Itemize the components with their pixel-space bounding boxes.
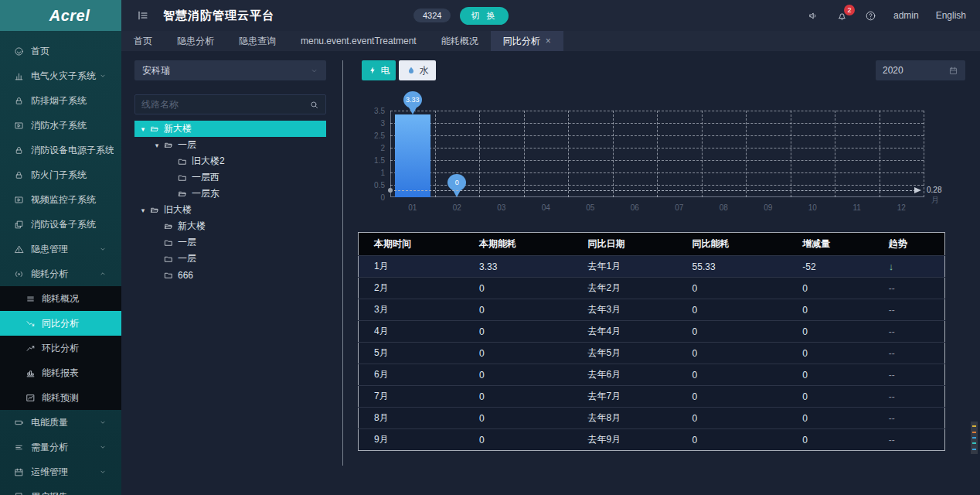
sidebar-subitem[interactable]: 能耗报表 bbox=[0, 360, 121, 385]
sidebar-item[interactable]: 电气火灾子系统 bbox=[0, 63, 121, 88]
tree-node[interactable]: ▾一层 bbox=[134, 137, 326, 153]
table-row[interactable]: 3月0去年3月00-- bbox=[359, 299, 945, 321]
x-axis-tick-label: 10 bbox=[801, 203, 824, 212]
caret-icon[interactable]: ▾ bbox=[138, 125, 148, 133]
sidebar-item[interactable]: 用户报告 bbox=[0, 484, 121, 495]
sidebar-subitem[interactable]: 同比分析 bbox=[0, 311, 121, 336]
table-row[interactable]: 1月3.33去年1月55.33-52↓ bbox=[359, 256, 945, 278]
sidebar-item[interactable]: 需量分析 bbox=[0, 435, 121, 459]
x-axis-tick-label: 07 bbox=[668, 203, 691, 212]
table-cell: 0 bbox=[787, 429, 873, 451]
switch-button[interactable]: 切 换 bbox=[460, 7, 508, 25]
chevron-down-icon bbox=[99, 468, 107, 476]
tree-node[interactable]: 一层 bbox=[134, 234, 326, 251]
tab[interactable]: 隐患查询 bbox=[226, 31, 288, 51]
username[interactable]: admin bbox=[893, 10, 919, 21]
table-row[interactable]: 4月0去年4月00-- bbox=[359, 321, 945, 343]
table-row[interactable]: 8月0去年8月00-- bbox=[359, 408, 945, 429]
caret-icon[interactable]: ▾ bbox=[138, 207, 148, 214]
sidebar-item[interactable]: 防火门子系统 bbox=[0, 162, 121, 187]
droplet-icon bbox=[407, 66, 416, 75]
table-row[interactable]: 9月0去年9月00-- bbox=[359, 429, 945, 451]
tree-node[interactable]: ▾旧大楼 bbox=[134, 202, 326, 218]
sidebar-subitem[interactable]: 能耗预测 bbox=[0, 385, 121, 410]
table-row[interactable]: 2月0去年2月00-- bbox=[359, 278, 945, 299]
line-search-input[interactable] bbox=[141, 99, 309, 110]
water-button[interactable]: 水 bbox=[399, 60, 436, 80]
gridline bbox=[479, 111, 480, 197]
x-axis-tick-label: 08 bbox=[712, 203, 735, 212]
company-select[interactable]: 安科瑞 bbox=[134, 60, 326, 80]
tree-node[interactable]: 一层 bbox=[134, 251, 326, 267]
video-icon bbox=[14, 195, 24, 205]
table-cell: 3月 bbox=[359, 299, 464, 321]
tree-node[interactable]: 666 bbox=[134, 267, 326, 283]
sidebar-subitem-label: 同比分析 bbox=[42, 317, 79, 330]
tab[interactable]: 隐患分析 bbox=[165, 31, 226, 51]
x-axis-tick-label: 05 bbox=[579, 203, 602, 212]
trend-cell: ↓ bbox=[873, 256, 945, 278]
sidebar-item[interactable]: 消防水子系统 bbox=[0, 113, 121, 138]
sidebar-item[interactable]: 运维管理 bbox=[0, 459, 121, 484]
year-picker[interactable]: 2020 bbox=[876, 60, 965, 80]
trend-up-icon bbox=[26, 343, 36, 353]
tree-node-label: 旧大楼 bbox=[164, 203, 192, 217]
language-switcher[interactable]: English bbox=[936, 10, 966, 21]
tab[interactable]: 能耗概况 bbox=[429, 31, 491, 51]
caret-icon[interactable]: ▾ bbox=[151, 142, 162, 149]
column-header: 同比日期 bbox=[573, 233, 677, 256]
tab[interactable]: 首页 bbox=[121, 31, 165, 51]
table-cell: 5月 bbox=[359, 343, 464, 364]
table-row[interactable]: 6月0去年6月00-- bbox=[359, 364, 945, 386]
lock-icon bbox=[14, 96, 24, 106]
warning-icon bbox=[14, 244, 24, 254]
tree-node[interactable]: 旧大楼2 bbox=[134, 153, 326, 169]
sidebar-item[interactable]: 电能质量 bbox=[0, 410, 121, 435]
sidebar-subitem[interactable]: 环比分析 bbox=[0, 336, 121, 360]
table-cell: 1月 bbox=[359, 256, 464, 278]
tree-node[interactable]: 一层东 bbox=[134, 186, 326, 202]
folder-open-icon bbox=[178, 189, 187, 199]
table-cell: 0 bbox=[787, 321, 873, 343]
sidebar-submenu: 能耗概况同比分析环比分析能耗报表能耗预测 bbox=[0, 286, 121, 410]
chevron-up-icon bbox=[99, 270, 107, 278]
sidebar-item[interactable]: 防排烟子系统 bbox=[0, 88, 121, 113]
table-cell: 8月 bbox=[359, 408, 464, 429]
bolt-icon bbox=[368, 66, 377, 75]
electric-button[interactable]: 电 bbox=[362, 60, 396, 80]
brand-logo-icon bbox=[32, 9, 46, 22]
bars-icon bbox=[26, 368, 36, 378]
sidebar-item-label: 运维管理 bbox=[31, 466, 99, 479]
trend-cell: -- bbox=[873, 343, 945, 364]
table-row[interactable]: 5月0去年5月00-- bbox=[359, 343, 945, 364]
notifications[interactable]: 2 bbox=[836, 10, 848, 22]
x-axis-unit-label: 月 bbox=[931, 195, 939, 206]
sidebar-item[interactable]: 隐患管理 bbox=[0, 237, 121, 261]
tree-node[interactable]: 新大楼 bbox=[134, 218, 326, 234]
tree-node[interactable]: 一层西 bbox=[134, 169, 326, 186]
sidebar-item[interactable]: 视频监控子系统 bbox=[0, 187, 121, 212]
sidebar-item[interactable]: 消防设备子系统 bbox=[0, 212, 121, 237]
table-row[interactable]: 7月0去年7月00-- bbox=[359, 386, 945, 408]
sidebar-item[interactable]: 首页 bbox=[0, 39, 121, 63]
speaker-icon[interactable] bbox=[808, 10, 819, 22]
question-icon[interactable] bbox=[865, 10, 876, 22]
sidebar-item[interactable]: 能耗分析 bbox=[0, 261, 121, 286]
close-icon[interactable]: × bbox=[546, 36, 551, 46]
table-cell: 0 bbox=[677, 364, 788, 386]
trend-cell: -- bbox=[873, 429, 945, 451]
x-axis-tick-label: 09 bbox=[757, 203, 780, 212]
scroll-marks bbox=[971, 422, 978, 454]
search-icon[interactable] bbox=[309, 100, 319, 110]
menu-fold-icon[interactable] bbox=[137, 9, 149, 22]
tab[interactable]: menu.event.eventTreatment bbox=[288, 31, 429, 51]
tree-node[interactable]: ▾新大楼 bbox=[134, 121, 326, 137]
sidebar-subitem[interactable]: 能耗概况 bbox=[0, 286, 121, 311]
tab[interactable]: 同比分析× bbox=[491, 31, 563, 51]
gridline bbox=[746, 111, 747, 197]
sidebar-item-label: 消防设备子系统 bbox=[31, 218, 114, 231]
table-cell: 9月 bbox=[359, 429, 464, 451]
gridline bbox=[835, 111, 835, 197]
chevron-down-icon bbox=[99, 245, 107, 253]
sidebar-item[interactable]: 消防设备电源子系统 bbox=[0, 138, 121, 162]
